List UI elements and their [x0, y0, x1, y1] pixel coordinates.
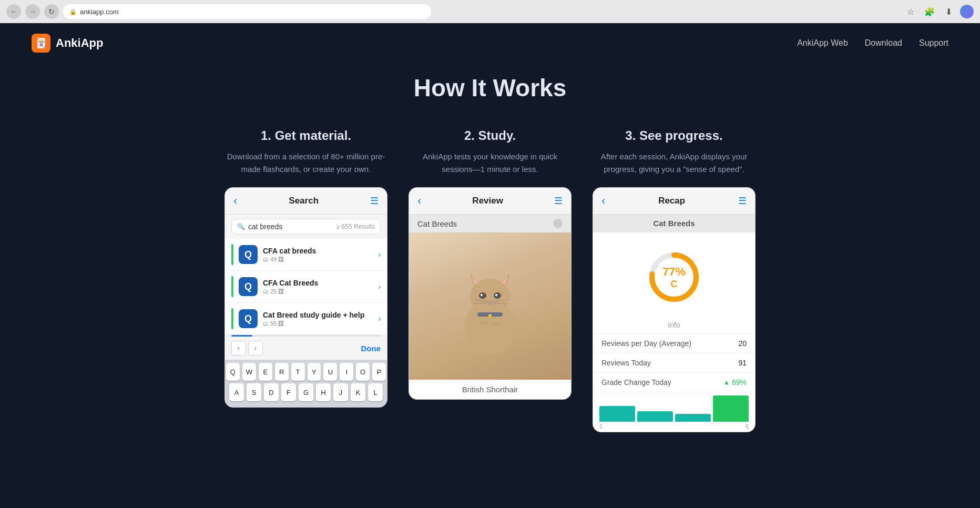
info-row-grade: Grade Change Today ▲ 69% — [593, 373, 755, 392]
result-info-1: CFA cat breeds 🗂 49 🖼 — [263, 247, 373, 262]
logo[interactable]: 🃏 AnkiApp — [32, 34, 103, 53]
step-3-title: 3. See progress. — [593, 128, 756, 143]
refresh-button[interactable]: ↻ — [44, 4, 59, 19]
page-wrapper: 🃏 AnkiApp AnkiApp Web Download Support H… — [0, 23, 980, 453]
key-r[interactable]: R — [275, 363, 289, 381]
result-meta-2: 🗂 25 🖼 — [263, 288, 373, 294]
up-arrow-icon: ▲ — [723, 379, 730, 386]
result-icon-1: Q — [239, 245, 258, 264]
step-3-desc: After each session, AnkiApp displays you… — [593, 150, 756, 176]
section-title: How It Works — [21, 74, 959, 102]
key-k[interactable]: K — [351, 383, 365, 401]
steps-row: 1. Get material. Download from a selecti… — [21, 128, 959, 432]
bar-4 — [713, 395, 749, 422]
key-l[interactable]: L — [368, 383, 383, 401]
bar-3 — [675, 414, 711, 422]
phone-header-search: ‹ Search ☰ — [225, 188, 387, 215]
progress-grade: C — [662, 279, 686, 290]
bar-label-3: 3 — [599, 424, 603, 430]
key-j[interactable]: J — [333, 383, 348, 401]
result-color-bar-2 — [231, 276, 233, 297]
nav-next[interactable]: › — [248, 341, 263, 355]
key-y[interactable]: Y — [308, 363, 321, 381]
key-a[interactable]: A — [229, 383, 244, 401]
result-item-2[interactable]: Q CFA Cat Breeds 🗂 25 🖼 › — [225, 271, 387, 303]
result-chevron-1: › — [378, 250, 381, 259]
search-results: Q CFA cat breeds 🗂 49 🖼 › Q CFA Cat — [225, 239, 387, 335]
menu-icon-recap[interactable]: ☰ — [738, 195, 747, 207]
result-chevron-3: › — [378, 314, 381, 323]
phone-header-recap: ‹ Recap ☰ — [593, 188, 755, 215]
result-icon-2: Q — [239, 277, 258, 296]
result-meta-1: 🗂 49 🖼 — [263, 256, 373, 262]
key-f[interactable]: F — [281, 383, 296, 401]
back-button[interactable]: ← — [6, 4, 21, 19]
result-item-1[interactable]: Q CFA cat breeds 🗂 49 🖼 › — [225, 239, 387, 271]
phone-mockup-review: ‹ Review ☰ Cat Breeds — [409, 187, 571, 400]
result-item-3[interactable]: Q Cat Breed study guide + help 🗂 55 🖼 › — [225, 303, 387, 335]
back-chevron-icon-review[interactable]: ‹ — [417, 194, 421, 208]
result-title-3: Cat Breed study guide + help — [263, 311, 373, 319]
key-u[interactable]: U — [323, 363, 337, 381]
progress-inner: 77% C — [662, 265, 686, 290]
info-section: Info Reviews per Day (Average) 20 Review… — [593, 317, 755, 392]
search-bar[interactable]: 🔍 cat breeds ≥ 655 Results — [231, 219, 381, 235]
key-h[interactable]: H — [316, 383, 331, 401]
key-q[interactable]: Q — [226, 363, 240, 381]
download-icon[interactable]: ⬇ — [941, 4, 956, 19]
svg-point-7 — [494, 292, 501, 299]
result-meta-3: 🗂 55 🖼 — [263, 320, 373, 327]
bar-chart-container — [593, 392, 755, 424]
logo-text: AnkiApp — [56, 36, 103, 50]
bar-2 — [637, 411, 673, 422]
key-t[interactable]: T — [291, 363, 305, 381]
step-1-title: 1. Get material. — [224, 128, 387, 143]
key-o[interactable]: O — [356, 363, 370, 381]
step-2-desc: AnkiApp tests your knowledge in quick se… — [409, 150, 571, 176]
step-get-material: 1. Get material. Download from a selecti… — [224, 128, 387, 408]
search-value: cat breeds — [248, 222, 333, 231]
key-e[interactable]: E — [259, 363, 272, 381]
bookmark-icon[interactable]: ☆ — [903, 4, 918, 19]
logo-emoji: 🃏 — [35, 37, 47, 49]
info-value-grade: ▲ 69% — [723, 378, 747, 387]
info-value-avg: 20 — [738, 339, 747, 348]
info-header: Info — [593, 317, 755, 334]
nav-support[interactable]: Support — [919, 38, 948, 48]
result-color-bar-1 — [231, 244, 233, 265]
address-bar[interactable]: 🔒 ankiapp.com — [63, 4, 431, 19]
nav-download[interactable]: Download — [865, 38, 902, 48]
key-i[interactable]: I — [340, 363, 353, 381]
extension-icon[interactable]: 🧩 — [922, 4, 937, 19]
key-w[interactable]: W — [242, 363, 256, 381]
key-d[interactable]: D — [264, 383, 279, 401]
url-text: ankiapp.com — [80, 8, 119, 16]
back-chevron-icon-recap[interactable]: ‹ — [601, 194, 605, 208]
scroll-indicator — [231, 335, 381, 337]
how-it-works-section: How It Works 1. Get material. Download f… — [0, 63, 980, 453]
browser-chrome: ← → ↻ 🔒 ankiapp.com ☆ 🧩 ⬇ — [0, 0, 980, 23]
result-icon-3: Q — [239, 309, 258, 328]
result-info-2: CFA Cat Breeds 🗂 25 🖼 — [263, 279, 373, 294]
step-2-title: 2. Study. — [409, 128, 571, 143]
menu-icon[interactable]: ☰ — [370, 195, 379, 207]
info-label-grade: Grade Change Today — [601, 378, 671, 387]
key-p[interactable]: P — [372, 363, 386, 381]
nav-prev[interactable]: ‹ — [231, 341, 246, 355]
done-button[interactable]: Done — [361, 344, 381, 353]
forward-button[interactable]: → — [25, 4, 40, 19]
result-info-3: Cat Breed study guide + help 🗂 55 🖼 — [263, 311, 373, 327]
avatar[interactable] — [960, 5, 974, 18]
menu-icon-review[interactable]: ☰ — [554, 195, 563, 207]
step-study: 2. Study. AnkiApp tests your knowledge i… — [409, 128, 571, 400]
info-row-today: Reviews Today 91 — [593, 353, 755, 373]
cat-image-container — [409, 232, 571, 380]
progress-circle-container: 77% C — [593, 232, 755, 317]
info-label-today: Reviews Today — [601, 359, 651, 367]
review-deck-title: Cat Breeds — [417, 219, 457, 228]
key-g[interactable]: G — [299, 383, 313, 401]
back-chevron-icon[interactable]: ‹ — [233, 194, 237, 208]
nav-ankiapp-web[interactable]: AnkiApp Web — [797, 38, 848, 48]
recap-deck-title: Cat Breeds — [653, 219, 695, 228]
key-s[interactable]: S — [247, 383, 261, 401]
